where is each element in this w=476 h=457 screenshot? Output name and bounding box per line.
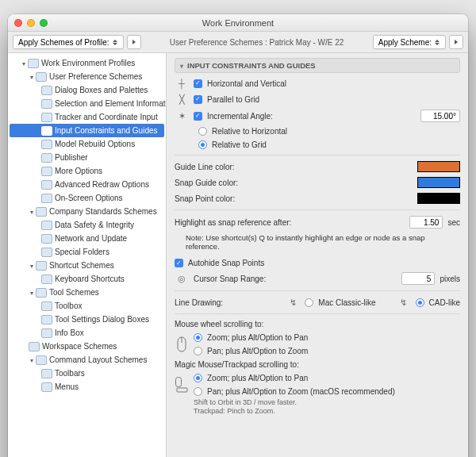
tree-item-icon bbox=[41, 153, 52, 163]
relative-to-grid-radio[interactable] bbox=[198, 140, 207, 149]
mouse-icon bbox=[175, 333, 189, 355]
autohide-snap-points-checkbox[interactable] bbox=[175, 259, 183, 267]
tree-item[interactable]: Workspace Schemes bbox=[10, 340, 164, 353]
tree-item-label: Shortcut Schemes bbox=[49, 261, 114, 270]
disclosure-icon[interactable] bbox=[29, 207, 35, 216]
tree-item-icon bbox=[41, 126, 52, 136]
parallel-to-grid-checkbox[interactable] bbox=[194, 95, 202, 104]
tree-item[interactable]: Info Box bbox=[10, 326, 164, 340]
tree-item[interactable]: Menus bbox=[10, 380, 164, 394]
tree-item[interactable]: More Options bbox=[10, 164, 164, 178]
relative-to-horizontal-radio[interactable] bbox=[198, 127, 207, 136]
incremental-angle-checkbox[interactable] bbox=[194, 112, 202, 121]
mac-classic-radio[interactable] bbox=[305, 298, 313, 307]
tree-item-label: Network and Update bbox=[55, 234, 127, 243]
tree-item-icon bbox=[41, 86, 52, 95]
tree-item-icon bbox=[41, 194, 52, 203]
tree-item[interactable]: Publisher bbox=[10, 151, 164, 164]
tree-item-label: Publisher bbox=[55, 153, 88, 162]
shortcut-note: Note: Use shortcut(s) Q to instantly hig… bbox=[175, 233, 460, 251]
tree-item-icon bbox=[36, 261, 47, 271]
tree-item-label: Company Standards Schemes bbox=[49, 207, 157, 216]
snap-point-color-swatch[interactable] bbox=[417, 193, 460, 204]
tree-item-label: Dialog Boxes and Palettes bbox=[55, 86, 148, 94]
tree-item[interactable]: Company Standards Schemes bbox=[10, 205, 164, 218]
tree-item-icon bbox=[36, 355, 47, 365]
tree-item-icon bbox=[41, 369, 52, 378]
tree-item-label: Toolbars bbox=[55, 369, 85, 378]
incremental-angle-input[interactable] bbox=[420, 109, 460, 122]
highlight-delay-input[interactable] bbox=[409, 216, 443, 228]
mousewheel-zoom-radio[interactable] bbox=[194, 333, 202, 342]
tree-item[interactable]: Tracker and Coordinate Input bbox=[10, 110, 164, 124]
svg-rect-3 bbox=[177, 388, 187, 392]
tree-item[interactable]: Advanced Redraw Options bbox=[10, 178, 164, 191]
section-header[interactable]: INPUT CONSTRAINTS AND GUIDES bbox=[175, 58, 460, 73]
tree-item[interactable]: Work Environment Profiles bbox=[10, 56, 164, 70]
tree-item[interactable]: Data Safety & Integrity bbox=[10, 218, 164, 232]
tree-item-icon bbox=[41, 140, 52, 149]
chevron-updown-icon bbox=[112, 39, 118, 45]
tree-item-icon bbox=[28, 59, 39, 68]
tree-item-icon bbox=[41, 275, 52, 284]
tree-item[interactable]: Network and Update bbox=[10, 232, 164, 245]
maximize-icon[interactable] bbox=[40, 19, 48, 27]
apply-scheme-popup[interactable]: Apply Scheme: bbox=[373, 35, 446, 49]
tree-item-icon bbox=[41, 315, 52, 325]
toolbar: Apply Schemes of Profile: User Preferenc… bbox=[8, 32, 468, 53]
cad-like-radio[interactable] bbox=[416, 298, 424, 307]
tree-item[interactable]: Keyboard Shortcuts bbox=[10, 272, 164, 286]
tree-item[interactable]: Tool Settings Dialog Boxes bbox=[10, 313, 164, 326]
tree-item-icon bbox=[41, 221, 52, 230]
tree-item-icon bbox=[41, 113, 52, 122]
angle-glyph-icon: ✶ bbox=[175, 110, 189, 121]
disclosure-icon[interactable] bbox=[29, 355, 35, 364]
guide-line-color-swatch[interactable] bbox=[417, 161, 460, 172]
tree-item[interactable]: Toolbars bbox=[10, 367, 164, 380]
tree-item-label: Keyboard Shortcuts bbox=[55, 275, 125, 283]
tree-item-label: On-Screen Options bbox=[55, 194, 123, 202]
tree-item[interactable]: Tool Schemes bbox=[10, 286, 164, 299]
window-title: Work Environment bbox=[8, 18, 468, 28]
apply-schemes-of-profile-popup[interactable]: Apply Schemes of Profile: bbox=[13, 35, 124, 49]
tree-item[interactable]: Model Rebuild Options bbox=[10, 137, 164, 151]
cursor-snap-range-input[interactable] bbox=[401, 272, 435, 285]
magic-zoom-radio[interactable] bbox=[194, 374, 202, 382]
disclosure-icon[interactable] bbox=[29, 288, 35, 297]
chevron-updown-icon bbox=[434, 39, 440, 45]
cursor-snap-range-icon: ◎ bbox=[175, 273, 189, 284]
tree-item[interactable]: On-Screen Options bbox=[10, 191, 164, 205]
disclosure-icon[interactable] bbox=[29, 72, 35, 81]
tree-item-icon bbox=[41, 167, 52, 176]
tree-item-icon bbox=[41, 328, 52, 338]
trackpad-icon bbox=[175, 374, 189, 396]
close-icon[interactable] bbox=[14, 19, 22, 27]
cad-like-icon: ↯ bbox=[397, 297, 411, 308]
tree-item[interactable]: Dialog Boxes and Palettes bbox=[10, 83, 164, 97]
apply-profile-go-button[interactable] bbox=[127, 35, 141, 49]
tree-item[interactable]: Selection and Element Information bbox=[10, 97, 164, 110]
tree-item[interactable]: Input Constraints and Guides bbox=[10, 124, 164, 137]
tree-item-icon bbox=[36, 207, 47, 217]
svg-rect-2 bbox=[176, 378, 182, 387]
tree-item-label: Selection and Element Information bbox=[55, 99, 167, 108]
apply-scheme-go-button[interactable] bbox=[449, 35, 463, 49]
minimize-icon[interactable] bbox=[27, 19, 35, 27]
disclosure-icon[interactable] bbox=[21, 59, 27, 67]
toolbar-center-text: User Preference Schemes : Patrick May - … bbox=[144, 38, 370, 47]
tree-item-label: Input Constraints and Guides bbox=[55, 126, 158, 135]
mousewheel-pan-radio[interactable] bbox=[194, 347, 202, 355]
tree-item[interactable]: Shortcut Schemes bbox=[10, 259, 164, 272]
tree-item[interactable]: Special Folders bbox=[10, 245, 164, 259]
tree-item[interactable]: Command Layout Schemes bbox=[10, 353, 164, 367]
snap-guide-color-swatch[interactable] bbox=[417, 177, 460, 188]
tree-item-icon bbox=[41, 248, 52, 257]
titlebar[interactable]: Work Environment bbox=[8, 14, 468, 32]
horizontal-vertical-checkbox[interactable] bbox=[194, 79, 202, 88]
tree-item-icon bbox=[41, 382, 52, 392]
magic-pan-radio[interactable] bbox=[194, 387, 202, 396]
sidebar-tree[interactable]: Work Environment ProfilesUser Preference… bbox=[8, 53, 167, 457]
tree-item[interactable]: User Preference Schemes bbox=[10, 70, 164, 83]
tree-item[interactable]: Toolbox bbox=[10, 299, 164, 313]
disclosure-icon[interactable] bbox=[29, 261, 35, 270]
